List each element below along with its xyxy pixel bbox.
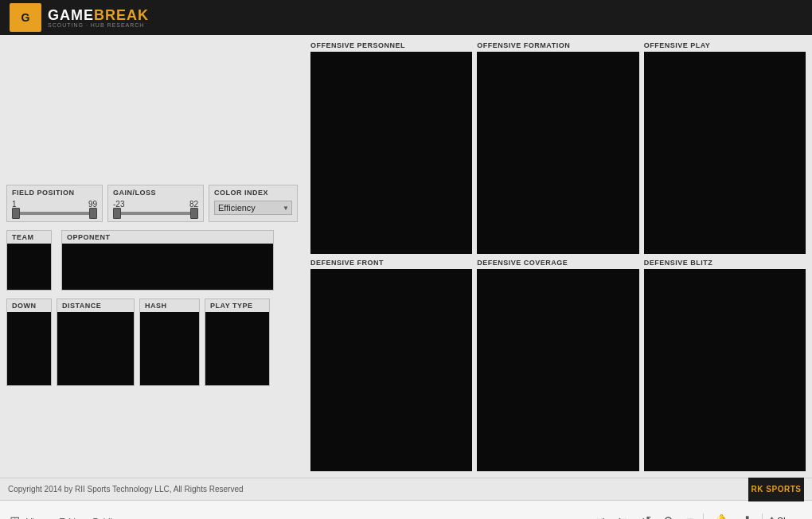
field-position-track[interactable] bbox=[12, 212, 97, 215]
main-content: FIELD POSITION 1 99 GAIN/LOSS -23 82 bbox=[0, 35, 812, 478]
rk-logo-text: RK SPORTS bbox=[751, 485, 802, 494]
share-label: Share bbox=[777, 516, 802, 520]
defensive-blitz-container: DEFENSIVE BLITZ bbox=[644, 259, 806, 471]
team-label: TEAM bbox=[7, 231, 51, 244]
field-position-fill bbox=[12, 212, 97, 215]
field-position-values: 1 99 bbox=[12, 200, 97, 209]
sliders-section: FIELD POSITION 1 99 GAIN/LOSS -23 82 bbox=[6, 185, 298, 222]
field-position-filter: FIELD POSITION 1 99 bbox=[6, 185, 103, 222]
defensive-charts-row: DEFENSIVE FRONT DEFENSIVE COVERAGE DEFEN… bbox=[310, 259, 806, 471]
logo-text: GAME BREAK SCOUTING · HUB RESEARCH bbox=[48, 8, 149, 28]
hash-label: HASH bbox=[140, 299, 199, 312]
field-position-right-thumb[interactable] bbox=[89, 208, 97, 219]
download-button[interactable]: ⬇ bbox=[739, 512, 755, 519]
team-filter: TEAM bbox=[6, 230, 52, 291]
defensive-coverage-container: DEFENSIVE COVERAGE bbox=[477, 259, 638, 471]
gain-loss-right-thumb[interactable] bbox=[190, 208, 198, 219]
offensive-formation-chart bbox=[477, 52, 638, 254]
offensive-play-chart bbox=[644, 52, 806, 254]
gain-loss-fill bbox=[113, 212, 198, 215]
team-chart bbox=[7, 244, 51, 290]
footer-toolbar: ⊞ View on Tableau Public ↩ ↪ ↺ ⟳ ▾ 🔔 ⬇ ⤴… bbox=[0, 500, 812, 519]
footer-divider bbox=[703, 513, 704, 520]
hash-filter: HASH bbox=[139, 299, 200, 386]
gain-loss-label: GAIN/LOSS bbox=[113, 189, 198, 197]
offensive-personnel-chart bbox=[310, 52, 472, 254]
gain-loss-values: -23 82 bbox=[113, 200, 198, 209]
offensive-play-container: OFFENSIVE PLAY bbox=[644, 41, 806, 254]
play-type-label: PLAY TYPE bbox=[205, 299, 269, 312]
down-label: DOWN bbox=[7, 299, 51, 312]
footer-right: ↩ ↪ ↺ ⟳ ▾ 🔔 ⬇ ⤴ Share bbox=[591, 512, 802, 519]
left-panel: FIELD POSITION 1 99 GAIN/LOSS -23 82 bbox=[0, 35, 304, 478]
copyright-text: Copyright 2014 by RII Sports Technology … bbox=[8, 485, 244, 494]
play-type-chart bbox=[205, 312, 269, 385]
color-index-dropdown-wrapper: Efficiency Gain/Loss EPA ▼ bbox=[214, 200, 292, 215]
copyright-bar: Copyright 2014 by RII Sports Technology … bbox=[0, 478, 812, 500]
defensive-front-chart bbox=[310, 269, 472, 471]
opponent-filter: OPPONENT bbox=[61, 230, 274, 291]
logo-sub-text: SCOUTING · HUB RESEARCH bbox=[48, 22, 149, 28]
hash-chart bbox=[140, 312, 199, 385]
down-chart bbox=[7, 312, 51, 385]
bottom-filters-section: DOWN DISTANCE HASH PLAY TYPE bbox=[6, 299, 298, 386]
logo-area: G GAME BREAK SCOUTING · HUB RESEARCH bbox=[10, 3, 149, 32]
field-position-left-thumb[interactable] bbox=[12, 208, 20, 219]
defensive-coverage-title: DEFENSIVE COVERAGE bbox=[477, 259, 638, 267]
refresh-button[interactable]: ⟳ bbox=[661, 512, 677, 519]
color-index-label: COLOR INDEX bbox=[214, 189, 292, 197]
header: G GAME BREAK SCOUTING · HUB RESEARCH bbox=[0, 0, 812, 35]
team-section: TEAM OPPONENT bbox=[6, 230, 298, 291]
right-panel: OFFENSIVE PERSONNEL OFFENSIVE FORMATION … bbox=[304, 35, 812, 478]
share-icon: ⤴ bbox=[769, 516, 774, 520]
distance-chart bbox=[57, 312, 134, 385]
footer-divider-2 bbox=[762, 513, 763, 520]
revert-button[interactable]: ↺ bbox=[638, 512, 654, 519]
defensive-front-container: DEFENSIVE FRONT bbox=[310, 259, 472, 471]
defensive-front-title: DEFENSIVE FRONT bbox=[310, 259, 472, 267]
tableau-icon: ⊞ bbox=[10, 513, 20, 519]
defensive-coverage-chart bbox=[477, 269, 638, 471]
logo-game-text: GAME bbox=[48, 8, 94, 22]
defensive-blitz-title: DEFENSIVE BLITZ bbox=[644, 259, 806, 267]
logo-break-text: BREAK bbox=[94, 8, 149, 22]
field-position-label: FIELD POSITION bbox=[12, 189, 97, 197]
play-type-filter: PLAY TYPE bbox=[205, 299, 270, 386]
offensive-formation-container: OFFENSIVE FORMATION bbox=[477, 41, 638, 254]
share-button[interactable]: ⤴ Share bbox=[769, 516, 802, 520]
redo-button[interactable]: ↪ bbox=[615, 512, 631, 519]
undo-button[interactable]: ↩ bbox=[591, 512, 608, 519]
gain-loss-filter: GAIN/LOSS -23 82 bbox=[107, 185, 204, 222]
subscribe-button[interactable]: 🔔 bbox=[710, 512, 732, 519]
offensive-charts-row: OFFENSIVE PERSONNEL OFFENSIVE FORMATION … bbox=[310, 41, 806, 254]
down-filter: DOWN bbox=[6, 299, 52, 386]
more-button[interactable]: ▾ bbox=[684, 512, 697, 519]
offensive-personnel-title: OFFENSIVE PERSONNEL bbox=[310, 41, 472, 49]
gain-loss-left-thumb[interactable] bbox=[113, 208, 121, 219]
offensive-formation-title: OFFENSIVE FORMATION bbox=[477, 41, 638, 49]
distance-label: DISTANCE bbox=[57, 299, 134, 312]
opponent-chart bbox=[62, 244, 273, 290]
logo-icon: G bbox=[10, 3, 41, 32]
logo-name: GAME BREAK bbox=[48, 8, 149, 22]
gain-loss-track[interactable] bbox=[113, 212, 198, 215]
rk-sports-logo: RK SPORTS bbox=[748, 478, 804, 501]
offensive-play-title: OFFENSIVE PLAY bbox=[644, 41, 806, 49]
opponent-label: OPPONENT bbox=[62, 231, 273, 244]
defensive-blitz-chart bbox=[644, 269, 806, 471]
distance-filter: DISTANCE bbox=[57, 299, 135, 386]
tableau-link[interactable]: View on Tableau Public bbox=[26, 517, 116, 520]
offensive-personnel-container: OFFENSIVE PERSONNEL bbox=[310, 41, 472, 254]
color-index-select[interactable]: Efficiency Gain/Loss EPA bbox=[214, 201, 292, 215]
footer-left: ⊞ View on Tableau Public bbox=[10, 513, 116, 519]
color-index-filter: COLOR INDEX Efficiency Gain/Loss EPA ▼ bbox=[209, 185, 298, 222]
